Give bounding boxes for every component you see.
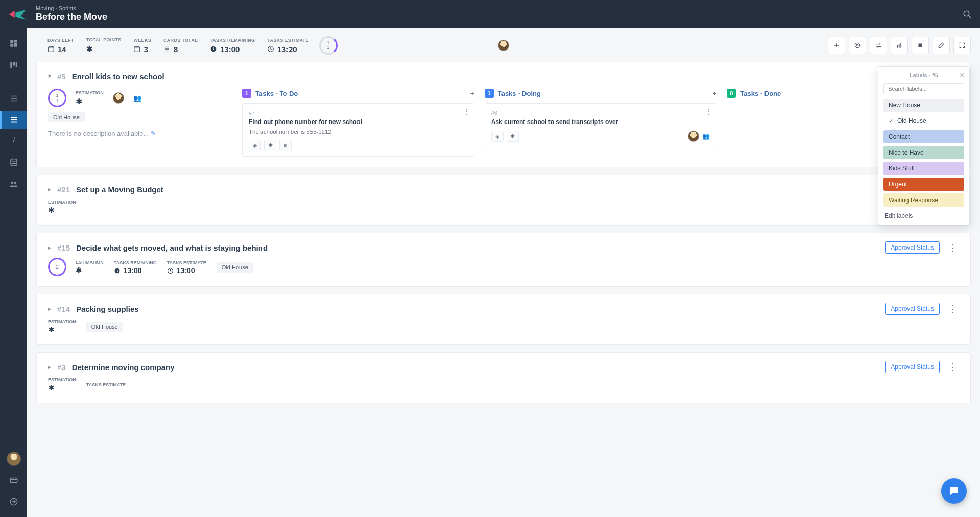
- nav-run-icon[interactable]: [0, 132, 27, 151]
- estimate-label: TASKS ESTIMATE: [86, 382, 126, 387]
- approval-status-button[interactable]: Approval Status: [885, 241, 940, 254]
- nav-db-icon[interactable]: [0, 154, 27, 172]
- issue-id: #5: [57, 72, 66, 81]
- issue-title[interactable]: Determine moving company: [72, 363, 175, 372]
- chevron-right-icon[interactable]: ▸: [48, 186, 51, 193]
- issue-title[interactable]: Packing supplies: [76, 305, 139, 313]
- user-avatar[interactable]: [498, 40, 509, 51]
- estimate-value: 13:00: [177, 266, 195, 275]
- warn-icon[interactable]: ◈: [491, 131, 504, 142]
- nav-list-active-icon[interactable]: [0, 111, 27, 129]
- label-option[interactable]: Waiting Response: [883, 193, 964, 207]
- label-option[interactable]: Contact: [883, 130, 964, 143]
- issue-title[interactable]: Decide what gets moved, and what is stay…: [76, 243, 268, 252]
- assignee-avatar[interactable]: [113, 92, 124, 104]
- approval-status-button[interactable]: Approval Status: [885, 303, 940, 315]
- task-card[interactable]: #6⋮Ask current school to send transcript…: [485, 103, 717, 147]
- nav-billing-icon[interactable]: [0, 471, 27, 489]
- column-title[interactable]: Tasks - Doing: [498, 90, 541, 97]
- svg-point-16: [11, 159, 17, 162]
- svg-rect-7: [13, 62, 15, 66]
- approval-status-button[interactable]: Approval Status: [885, 361, 940, 373]
- add-assignee-icon[interactable]: 👥: [133, 94, 141, 102]
- nav-team-icon[interactable]: [0, 175, 27, 193]
- nav-board-icon[interactable]: [0, 56, 27, 74]
- chevron-right-icon[interactable]: ▸: [48, 305, 51, 312]
- lines-icon[interactable]: ≡: [279, 140, 292, 151]
- chevron-right-icon[interactable]: ▸: [48, 244, 51, 251]
- column-title[interactable]: Tasks - To Do: [255, 90, 298, 97]
- label-option[interactable]: New House: [883, 99, 964, 112]
- label-search-input[interactable]: [883, 83, 964, 94]
- add-task-icon[interactable]: +: [470, 90, 474, 97]
- stat-label: TASKS ESTIMATE: [267, 38, 308, 43]
- svg-rect-8: [15, 62, 17, 67]
- remaining-value: 13:00: [220, 45, 240, 54]
- label-option[interactable]: Urgent: [883, 178, 964, 191]
- stat-label: TOTAL POINTS: [86, 37, 122, 42]
- edit-icon[interactable]: [933, 37, 950, 54]
- estimation-label: ESTIMATION: [48, 319, 76, 324]
- label-chip[interactable]: Old House: [86, 322, 123, 332]
- svg-rect-3: [14, 40, 17, 42]
- issue-title[interactable]: Enroll kids to new school: [72, 72, 164, 81]
- task-card[interactable]: #7⋮Find out phone number for new schoolT…: [242, 103, 474, 157]
- left-sidebar: [0, 28, 27, 517]
- label-chip[interactable]: Old House: [48, 112, 85, 122]
- stop-icon[interactable]: [912, 37, 929, 54]
- kebab-icon[interactable]: ⋮: [705, 108, 712, 115]
- kebab-icon[interactable]: ⋮: [463, 108, 470, 115]
- edit-desc-icon[interactable]: ✎: [151, 130, 156, 137]
- chat-fab[interactable]: [941, 478, 967, 504]
- search-icon[interactable]: [963, 10, 972, 19]
- svg-point-36: [856, 44, 858, 46]
- fullscreen-icon[interactable]: [953, 37, 971, 54]
- svg-point-15: [14, 138, 15, 139]
- list-icon: [163, 45, 171, 53]
- nav-user-avatar[interactable]: [0, 450, 27, 468]
- issue-id: #15: [57, 243, 70, 252]
- estimate-label: TASKS ESTIMATE: [167, 260, 206, 265]
- estimate-value: 13:20: [277, 45, 297, 54]
- chart-icon[interactable]: [891, 37, 908, 54]
- remaining-value: 13:00: [124, 266, 142, 275]
- chevron-right-icon[interactable]: ▸: [48, 363, 51, 371]
- close-icon[interactable]: ✕: [960, 72, 964, 79]
- kebab-icon[interactable]: ⋮: [946, 361, 959, 373]
- star-icon[interactable]: ✱: [507, 131, 519, 142]
- label-chip[interactable]: Old House: [217, 262, 253, 273]
- nav-dashboard-icon[interactable]: [0, 34, 27, 53]
- svg-rect-39: [900, 43, 901, 47]
- issue-title[interactable]: Set up a Moving Budget: [76, 185, 163, 194]
- add-button[interactable]: [828, 37, 845, 54]
- label-option[interactable]: Kids Stuff: [883, 162, 964, 175]
- svg-rect-6: [10, 62, 12, 68]
- label-option[interactable]: Nice to Have: [883, 146, 964, 159]
- kebab-icon[interactable]: ⋮: [946, 242, 959, 253]
- weeks-value: 3: [144, 45, 148, 54]
- nav-exit-icon[interactable]: [0, 493, 27, 511]
- task-assignee-avatar[interactable]: [688, 131, 699, 142]
- stat-label: DAYS LEFT: [47, 38, 74, 43]
- header-titles: Moving · Sprints Before the Move: [36, 5, 107, 23]
- target-icon[interactable]: [849, 37, 866, 54]
- breadcrumb[interactable]: Moving · Sprints: [36, 5, 107, 12]
- edit-labels-link[interactable]: Edit labels: [883, 209, 964, 219]
- warn-icon[interactable]: ◈: [249, 140, 261, 151]
- calendar-icon: [133, 45, 140, 53]
- page-title: Before the Move: [36, 12, 107, 23]
- column-count-badge: 1: [242, 89, 251, 98]
- swap-icon[interactable]: [870, 37, 887, 54]
- chevron-down-icon[interactable]: ▾: [48, 72, 51, 80]
- svg-line-1: [968, 15, 971, 18]
- nav-list1-icon[interactable]: [0, 89, 27, 108]
- add-assignee-icon[interactable]: 👥: [702, 133, 710, 140]
- column-title[interactable]: Tasks - Done: [740, 90, 781, 97]
- add-task-icon[interactable]: +: [713, 90, 717, 97]
- label-option[interactable]: ✓Old House: [883, 114, 964, 128]
- estimation-label: ESTIMATION: [48, 200, 76, 205]
- estimation-label: ESTIMATION: [76, 260, 104, 265]
- svg-rect-40: [919, 44, 922, 47]
- kebab-icon[interactable]: ⋮: [946, 303, 959, 314]
- star-icon[interactable]: ✱: [264, 140, 276, 151]
